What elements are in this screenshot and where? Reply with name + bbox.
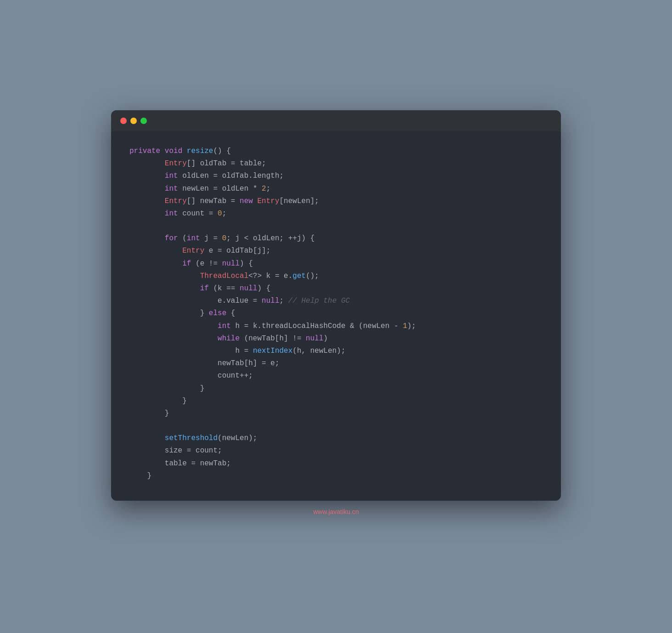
code-line-9: Entry e = oldTab[j];: [129, 245, 543, 257]
footer-url: www.javatiku.cn: [313, 508, 359, 515]
code-line-3: int oldLen = oldTab.length;: [129, 170, 543, 182]
code-line-8: for (int j = 0; j < oldLen; ++j) {: [129, 232, 543, 245]
code-line-17: h = nextIndex(h, newLen);: [129, 345, 543, 357]
code-line-10: if (e != null) {: [129, 258, 543, 270]
footer: www.javatiku.cn: [306, 501, 366, 523]
code-line-20: }: [129, 383, 543, 395]
dot-yellow[interactable]: [130, 118, 137, 124]
code-line-11: ThreadLocal<?> k = e.get();: [129, 270, 543, 283]
code-line-4: int newLen = oldLen * 2;: [129, 183, 543, 195]
code-line-5: Entry[] newTab = new Entry[newLen];: [129, 195, 543, 208]
code-line-27: }: [129, 470, 543, 482]
code-line-25: size = count;: [129, 445, 543, 457]
code-line-14: } else {: [129, 307, 543, 320]
code-line-1: private void resize() {: [129, 145, 543, 158]
code-line-2: Entry[] oldTab = table;: [129, 158, 543, 170]
code-line-16: while (newTab[h] != null): [129, 333, 543, 345]
code-window: private void resize() { Entry[] oldTab =…: [111, 110, 561, 501]
dot-red[interactable]: [120, 118, 127, 124]
code-line-19: count++;: [129, 370, 543, 382]
code-line-21: }: [129, 395, 543, 407]
code-line-24: setThreshold(newLen);: [129, 432, 543, 445]
code-editor: private void resize() { Entry[] oldTab =…: [111, 131, 561, 501]
titlebar: [111, 110, 561, 131]
code-line-22: }: [129, 407, 543, 420]
code-line-12: if (k == null) {: [129, 283, 543, 295]
code-line-7: [129, 220, 543, 232]
code-line-23: [129, 420, 543, 432]
code-line-13: e.value = null; // Help the GC: [129, 295, 543, 307]
code-line-6: int count = 0;: [129, 208, 543, 220]
code-line-15: int h = k.threadLocalHashCode & (newLen …: [129, 320, 543, 333]
dot-green[interactable]: [140, 118, 147, 124]
code-line-18: newTab[h] = e;: [129, 357, 543, 370]
code-line-26: table = newTab;: [129, 458, 543, 470]
